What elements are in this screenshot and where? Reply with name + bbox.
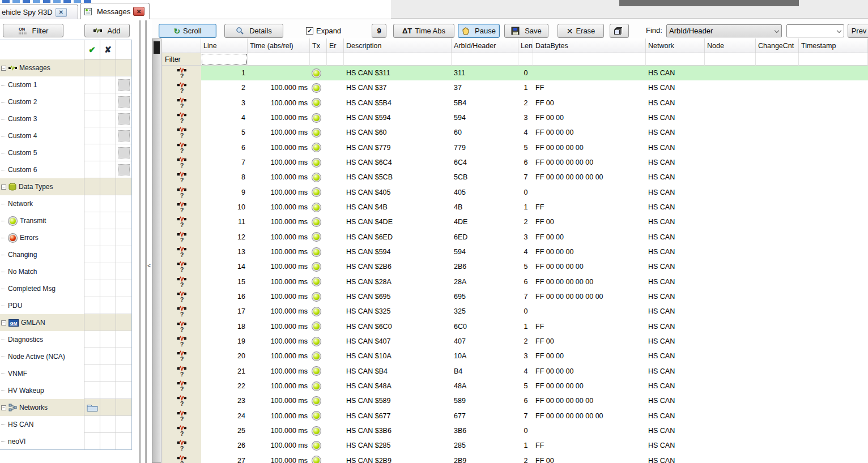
table-row[interactable]: ?25100.000 msHS CAN $3B63B60HS CAN — [162, 423, 868, 438]
description-cell[interactable]: HS CAN $4B — [344, 200, 452, 215]
changecnt-cell[interactable] — [756, 140, 799, 155]
collapse-minus-icon[interactable]: − — [1, 320, 6, 325]
table-row[interactable]: ?1HS CAN $3113110HS CAN — [162, 66, 868, 80]
er-cell[interactable] — [327, 96, 344, 110]
len-cell[interactable]: 0 — [518, 423, 533, 438]
sidebar-item-custom-3[interactable]: Custom 3 — [0, 110, 131, 127]
time-cell[interactable]: 100.000 ms — [248, 110, 310, 125]
er-cell[interactable] — [327, 170, 344, 185]
changecnt-cell[interactable] — [756, 334, 799, 349]
description-cell[interactable]: HS CAN $37 — [344, 80, 452, 95]
tree-grid-cell[interactable] — [84, 229, 100, 246]
sidebar-item-neovi[interactable]: neoVI — [0, 433, 131, 450]
er-cell[interactable] — [327, 409, 344, 423]
arbid-cell[interactable]: 2B9 — [452, 453, 518, 463]
databytes-cell[interactable]: FF 00 00 — [533, 349, 646, 363]
er-cell[interactable] — [327, 379, 344, 393]
changecnt-cell[interactable] — [756, 438, 799, 453]
line-cell[interactable]: 5 — [201, 125, 248, 140]
tree-grid-cell[interactable] — [84, 178, 100, 195]
sidebar-item-pdu[interactable]: PDU — [0, 297, 131, 314]
arbid-cell[interactable]: 37 — [452, 80, 518, 95]
tree-grid-cell[interactable] — [116, 433, 131, 450]
time-cell[interactable]: 100.000 ms — [248, 215, 310, 229]
changecnt-cell[interactable] — [756, 230, 799, 245]
description-cell[interactable]: HS CAN $2B9 — [344, 453, 452, 463]
len-cell[interactable]: 7 — [518, 170, 533, 185]
network-cell[interactable]: HS CAN — [646, 185, 705, 200]
tree-grid-cell[interactable] — [84, 127, 100, 144]
arbid-cell[interactable]: 4DE — [452, 215, 518, 229]
close-icon[interactable]: ✕ — [133, 7, 144, 16]
table-row[interactable]: ?14100.000 msHS CAN $2B62B65FF 00 00 00 … — [162, 259, 868, 274]
node-cell[interactable] — [705, 364, 756, 379]
node-cell[interactable] — [705, 349, 756, 363]
tree-grid-cell[interactable] — [116, 144, 131, 161]
tree-grid-cell[interactable] — [116, 280, 131, 297]
arbid-cell[interactable]: 325 — [452, 304, 518, 319]
databytes-cell[interactable]: FF 00 00 00 00 — [533, 379, 646, 393]
column-header-Network[interactable]: Network — [646, 38, 705, 53]
network-cell[interactable]: HS CAN — [646, 259, 705, 274]
databytes-cell[interactable]: FF 00 00 — [533, 230, 646, 245]
node-cell[interactable] — [705, 409, 756, 423]
er-cell[interactable] — [327, 185, 344, 200]
databytes-cell[interactable]: FF 00 00 00 00 00 00 — [533, 409, 646, 423]
time-cell[interactable]: 100.000 ms — [248, 245, 310, 259]
filter-input-cell[interactable] — [344, 53, 452, 66]
network-cell[interactable]: HS CAN — [646, 215, 705, 229]
er-cell[interactable] — [327, 125, 344, 140]
changecnt-cell[interactable] — [756, 409, 799, 423]
node-cell[interactable] — [705, 438, 756, 453]
tree-grid-cell[interactable] — [84, 314, 100, 331]
filter-input-cell[interactable] — [452, 53, 518, 66]
network-cell[interactable]: HS CAN — [646, 364, 705, 379]
collapse-minus-icon[interactable]: − — [1, 66, 6, 71]
len-cell[interactable]: 2 — [518, 453, 533, 463]
sidebar-item-custom-6[interactable]: Custom 6 — [0, 161, 131, 178]
tree-grid-cell[interactable] — [116, 382, 131, 399]
timestamp-cell[interactable] — [799, 170, 868, 185]
line-cell[interactable]: 23 — [201, 393, 248, 408]
arbid-cell[interactable]: 407 — [452, 334, 518, 349]
description-cell[interactable]: HS CAN $677 — [344, 409, 452, 423]
tx-cell[interactable] — [310, 140, 327, 155]
tree-grid-cell[interactable] — [116, 399, 131, 416]
databytes-cell[interactable]: FF — [533, 200, 646, 215]
network-cell[interactable]: HS CAN — [646, 304, 705, 319]
filter-input-cell[interactable] — [705, 53, 756, 66]
line-cell[interactable]: 11 — [201, 215, 248, 229]
network-cell[interactable]: HS CAN — [646, 66, 705, 80]
filter-input-cell[interactable] — [310, 53, 327, 66]
tx-cell[interactable] — [310, 304, 327, 319]
table-row[interactable]: ?15100.000 msHS CAN $28A28A6FF 00 00 00 … — [162, 275, 868, 289]
description-cell[interactable]: HS CAN $28A — [344, 275, 452, 289]
time-cell[interactable]: 100.000 ms — [248, 334, 310, 349]
node-cell[interactable] — [705, 393, 756, 408]
node-cell[interactable] — [705, 110, 756, 125]
tree-grid-cell[interactable] — [84, 263, 100, 280]
column-header-Timestamp[interactable]: Timestamp — [799, 38, 868, 53]
network-cell[interactable]: HS CAN — [646, 275, 705, 289]
tree-grid-cell[interactable] — [116, 314, 131, 331]
column-header-ArbId/Header[interactable]: ArbId/Header — [452, 38, 518, 53]
arbid-cell[interactable]: 594 — [452, 245, 518, 259]
tx-cell[interactable] — [310, 364, 327, 379]
er-cell[interactable] — [327, 304, 344, 319]
sidebar-item-custom-1[interactable]: Custom 1 — [0, 76, 131, 93]
tx-cell[interactable] — [310, 334, 327, 349]
network-cell[interactable]: HS CAN — [646, 96, 705, 110]
description-cell[interactable]: HS CAN $4DE — [344, 215, 452, 229]
description-cell[interactable]: HS CAN $2B6 — [344, 259, 452, 274]
time-cell[interactable]: 100.000 ms — [248, 96, 310, 110]
filter-button[interactable]: ON Filter — [3, 24, 63, 37]
tree-grid-cell[interactable] — [84, 382, 100, 399]
description-cell[interactable]: HS CAN $589 — [344, 393, 452, 408]
tree-grid-cell[interactable] — [100, 76, 116, 93]
databytes-cell[interactable] — [533, 304, 646, 319]
filter-input-cell[interactable] — [756, 53, 799, 66]
time-cell[interactable] — [248, 66, 310, 80]
tree-grid-cell[interactable] — [100, 93, 116, 110]
table-row[interactable]: ?4100.000 msHS CAN $5945943FF 00 00HS CA… — [162, 110, 868, 125]
timestamp-cell[interactable] — [799, 423, 868, 438]
